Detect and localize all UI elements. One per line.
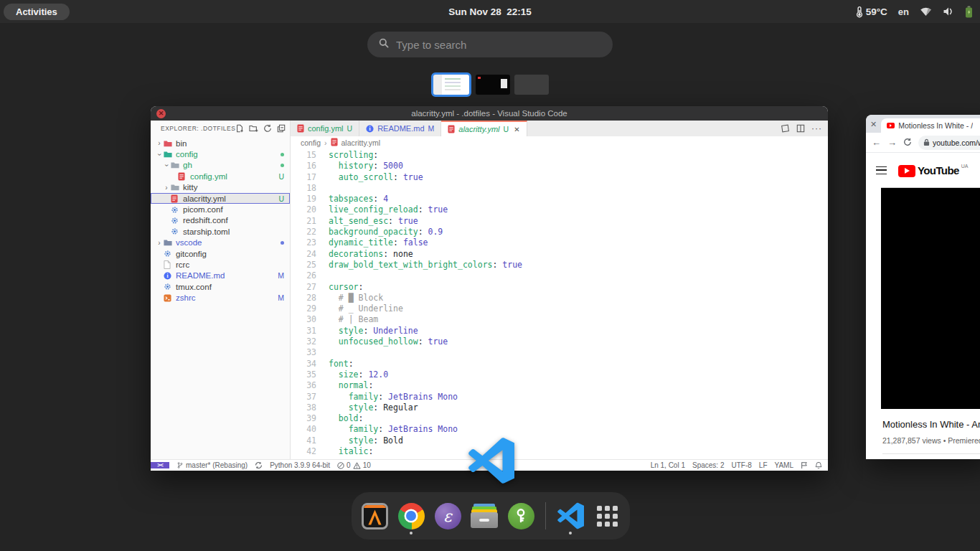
code-line-38[interactable]: 38 style: Regular bbox=[291, 402, 828, 413]
tree-item-tmux.conf[interactable]: tmux.conf bbox=[151, 281, 290, 292]
chevron-right-icon[interactable]: › bbox=[155, 139, 164, 147]
code-line-36[interactable]: 36 normal: bbox=[291, 380, 828, 391]
code-line-34[interactable]: 34font: bbox=[291, 359, 828, 369]
code-line-23[interactable]: 23dynamic_title: false bbox=[291, 237, 828, 248]
breadcrumb-file[interactable]: alacritty.yml bbox=[341, 138, 381, 147]
volume-icon[interactable] bbox=[943, 6, 954, 17]
code-line-20[interactable]: 20live_config_reload: true bbox=[291, 204, 828, 215]
tree-item-rcrc[interactable]: rcrc bbox=[151, 259, 290, 270]
code-line-26[interactable]: 26 bbox=[291, 270, 828, 281]
new-file-icon[interactable] bbox=[235, 124, 244, 133]
reload-icon[interactable] bbox=[903, 138, 912, 148]
temperature-indicator[interactable]: 59°C bbox=[856, 6, 887, 18]
collapse-folders-icon[interactable] bbox=[277, 124, 286, 133]
tree-item-alacritty.yml[interactable]: alacritty.ymlU bbox=[151, 193, 290, 204]
code-line-19[interactable]: 19tabspaces: 4 bbox=[291, 194, 828, 204]
status-sync-changes[interactable] bbox=[255, 461, 263, 469]
window-close-button[interactable]: ✕ bbox=[156, 109, 166, 118]
tree-item-config.yml[interactable]: config.ymlU bbox=[151, 171, 290, 182]
address-bar[interactable]: youtube.com/wa bbox=[918, 136, 980, 150]
tree-item-vscode[interactable]: ›vscode bbox=[151, 237, 290, 248]
tree-item-redshift.conf[interactable]: redshift.conf bbox=[151, 215, 290, 226]
tree-item-config[interactable]: ›config bbox=[151, 149, 290, 159]
video-player[interactable] bbox=[881, 187, 980, 409]
code-line-35[interactable]: 35 size: 12.0 bbox=[291, 369, 828, 380]
tab-close-icon[interactable]: ✕ bbox=[870, 120, 877, 129]
code-line-21[interactable]: 21alt_send_esc: true bbox=[291, 216, 828, 227]
code-line-28[interactable]: 28 # █ Block bbox=[291, 293, 828, 303]
code-editor[interactable]: 15scrolling:16 history: 500017 auto_scro… bbox=[291, 149, 828, 459]
back-icon[interactable]: ← bbox=[872, 138, 881, 147]
editor-tab-README.md[interactable]: iREADME.mdM bbox=[359, 121, 441, 136]
remote-indicator[interactable]: >< bbox=[151, 462, 169, 468]
code-line-29[interactable]: 29 # _ Underline bbox=[291, 303, 828, 314]
vscode-app-badge-icon[interactable] bbox=[467, 437, 514, 484]
status-python-version[interactable]: Python 3.9.9 64-bit bbox=[270, 461, 330, 469]
workspace-empty[interactable] bbox=[514, 75, 549, 95]
editor-tab-config.yml[interactable]: config.ymlU bbox=[291, 121, 359, 136]
activities-button[interactable]: Activities bbox=[4, 4, 70, 20]
workspace-youtube[interactable] bbox=[476, 75, 510, 95]
status-git-branch[interactable]: master* (Rebasing) bbox=[176, 461, 248, 469]
system-tray[interactable]: 59°C en bbox=[856, 6, 973, 18]
code-line-33[interactable]: 33 bbox=[291, 347, 828, 358]
tree-item-picom.conf[interactable]: picom.conf bbox=[151, 204, 290, 215]
forward-icon[interactable]: → bbox=[887, 138, 897, 147]
tree-item-bin[interactable]: ›bin bbox=[151, 138, 290, 149]
code-line-24[interactable]: 24decorations: none bbox=[291, 249, 828, 260]
code-line-37[interactable]: 37 family: JetBrains Mono bbox=[291, 392, 828, 402]
code-line-16[interactable]: 16 history: 5000 bbox=[291, 161, 828, 171]
open-changes-icon[interactable] bbox=[781, 124, 790, 133]
dock-item-emacs[interactable]: ε bbox=[433, 494, 462, 537]
code-line-30[interactable]: 30 # | Beam bbox=[291, 314, 828, 325]
keyboard-layout-indicator[interactable]: en bbox=[898, 6, 909, 17]
code-line-42[interactable]: 42 italic: bbox=[291, 446, 828, 457]
dock-item-app-grid[interactable] bbox=[593, 494, 621, 537]
code-line-32[interactable]: 32 unfocused_hollow: true bbox=[291, 336, 828, 347]
code-line-39[interactable]: 39 bold: bbox=[291, 413, 828, 424]
tab-close-icon[interactable]: ✕ bbox=[514, 126, 519, 133]
dock-item-alacritty[interactable] bbox=[360, 494, 389, 537]
chrome-window[interactable]: ✕ Motionless In White - / ← → youtube.co… bbox=[866, 115, 980, 459]
status-notifications[interactable] bbox=[815, 461, 822, 469]
code-line-17[interactable]: 17 auto_scroll: true bbox=[291, 172, 828, 183]
refresh-icon[interactable] bbox=[263, 124, 272, 133]
tree-item-kitty[interactable]: ›kitty bbox=[151, 182, 290, 193]
code-line-31[interactable]: 31 style: Underline bbox=[291, 326, 828, 336]
chevron-right-icon[interactable]: › bbox=[162, 184, 171, 192]
vscode-window[interactable]: ✕ alacritty.yml - .dotfiles - Visual Stu… bbox=[151, 106, 828, 471]
breadcrumb-folder[interactable]: config bbox=[301, 138, 321, 147]
status-language-mode[interactable]: YAML bbox=[775, 461, 794, 469]
status-feedback[interactable] bbox=[801, 461, 808, 469]
status-cursor-position[interactable]: Ln 1, Col 1 bbox=[651, 461, 685, 469]
battery-icon[interactable] bbox=[965, 6, 973, 18]
chevron-down-icon[interactable]: › bbox=[163, 161, 171, 169]
tree-item-zshrc[interactable]: zshrcM bbox=[151, 292, 290, 303]
chrome-active-tab[interactable]: Motionless In White - / bbox=[881, 118, 980, 133]
search-input[interactable] bbox=[396, 39, 590, 51]
new-folder-icon[interactable] bbox=[249, 124, 258, 133]
code-line-40[interactable]: 40 family: JetBrains Mono bbox=[291, 424, 828, 435]
code-line-27[interactable]: 27cursor: bbox=[291, 282, 828, 293]
menu-icon[interactable] bbox=[876, 166, 887, 174]
code-line-25[interactable]: 25draw_bold_text_with_bright_colors: tru… bbox=[291, 260, 828, 270]
vscode-titlebar[interactable]: ✕ alacritty.yml - .dotfiles - Visual Stu… bbox=[151, 106, 828, 121]
code-line-22[interactable]: 22background_opacity: 0.9 bbox=[291, 227, 828, 237]
dock-item-file-manager[interactable] bbox=[470, 494, 499, 537]
split-editor-icon[interactable] bbox=[796, 124, 805, 133]
more-actions-icon[interactable]: ··· bbox=[811, 125, 822, 132]
workspace-vscode[interactable] bbox=[431, 72, 471, 97]
dock-item-vscode[interactable] bbox=[556, 494, 585, 537]
editor-tab-alacritty.yml[interactable]: alacritty.ymlU✕ bbox=[441, 121, 527, 136]
chevron-right-icon[interactable]: › bbox=[155, 239, 164, 247]
code-line-15[interactable]: 15scrolling: bbox=[291, 150, 828, 161]
chevron-down-icon[interactable]: › bbox=[156, 150, 164, 159]
overview-search[interactable] bbox=[367, 32, 613, 57]
tree-item-README.md[interactable]: iREADME.mdM bbox=[151, 270, 290, 281]
youtube-logo[interactable]: YouTube UA bbox=[898, 164, 968, 177]
tree-item-starship.toml[interactable]: starship.toml bbox=[151, 226, 290, 237]
tree-item-gitconfig[interactable]: gitconfig bbox=[151, 248, 290, 259]
dock-item-keepassxc[interactable] bbox=[507, 494, 535, 537]
status-encoding[interactable]: UTF-8 bbox=[731, 461, 751, 469]
status-problems[interactable]: 010 bbox=[337, 461, 371, 469]
